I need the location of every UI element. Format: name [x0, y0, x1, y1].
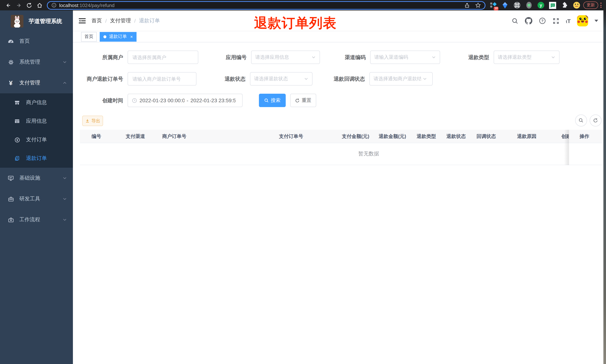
label-refund-status: 退款状态	[201, 72, 250, 86]
extension-blocks-icon[interactable]: 10	[489, 1, 497, 9]
extension-y-icon[interactable]: y	[537, 1, 545, 9]
sidebar-item-workflow[interactable]: 工作流程	[0, 209, 73, 230]
extension-command-icon[interactable]	[513, 1, 521, 9]
refund-type-select[interactable]: 请选择退款类型	[494, 51, 559, 64]
close-icon[interactable]: ×	[130, 34, 133, 39]
sidebar-item-pay[interactable]: ¥ 支付管理	[0, 73, 73, 93]
merchant-refund-no-input[interactable]	[128, 72, 197, 86]
extensions-puzzle-icon[interactable]	[561, 1, 568, 9]
help-icon[interactable]: ?	[539, 17, 546, 25]
refund-status-placeholder: 请选择退款状态	[254, 76, 303, 82]
browser-update-button[interactable]: 更新	[583, 1, 598, 9]
browser-toolbar: localhost:1024/pay/refund 10 y	[0, 0, 606, 10]
sidebar-item-label: 退款订单	[26, 155, 47, 162]
briefcase-icon	[7, 217, 15, 223]
bookmark-star-icon[interactable]	[475, 2, 481, 8]
browser-home-button[interactable]	[34, 1, 45, 10]
share-icon[interactable]	[464, 2, 470, 8]
create-time-range-picker[interactable]: 2022-01-23 00:00:00 - 2022-01-23 23:59:5…	[128, 94, 243, 107]
sidebar-collapse-button[interactable]	[78, 17, 86, 25]
dashboard-icon	[7, 38, 15, 45]
extension-emoji-icon[interactable]	[573, 1, 580, 9]
tags-view-bar: 首页 退款订单 ×	[73, 31, 603, 42]
app-logo[interactable]: 芋道管理系统	[0, 14, 73, 28]
refund-status-select[interactable]: 请选择退款状态	[250, 72, 313, 86]
app-select[interactable]: 请选择应用信息	[251, 51, 320, 64]
col-merchant-order-no: 商户订单号	[162, 130, 186, 143]
browser-menu-icon[interactable]	[600, 3, 602, 8]
refresh-table-button[interactable]	[590, 115, 602, 126]
browser-forward-button[interactable]	[13, 1, 24, 10]
col-pay-order-no: 支付订单号	[279, 130, 303, 143]
callback-status-select[interactable]: 请选择通知商户退款结果的	[369, 72, 433, 86]
sidebar-item-merchant-info[interactable]: 商户信息	[0, 93, 73, 112]
col-refund-amount: 退款金额(元)	[379, 130, 406, 143]
label-merchant: 所属商户	[79, 51, 128, 64]
address-bar[interactable]: localhost:1024/pay/refund	[47, 1, 486, 10]
merchant-input[interactable]	[128, 51, 198, 64]
navbar-actions: ? tT	[512, 10, 598, 31]
chevron-up-icon	[63, 81, 67, 85]
channel-select[interactable]: 请输入渠道编码	[370, 51, 440, 64]
date-start[interactable]: 2022-01-23 00:00:00	[140, 97, 184, 103]
col-actions: 操作	[580, 130, 589, 143]
merchant-input-field[interactable]	[132, 54, 194, 60]
page-title-annotation: 退款订单列表	[254, 14, 337, 32]
label-merchant-refund-no: 商户退款订单号	[79, 72, 128, 86]
sidebar-item-system[interactable]: 系统管理	[0, 52, 73, 73]
url-text[interactable]: localhost:1024/pay/refund	[59, 2, 461, 8]
browser-back-button[interactable]	[3, 1, 13, 10]
avatar-caret-icon[interactable]	[594, 20, 598, 22]
chevron-down-icon	[311, 55, 316, 60]
sidebar-item-refund-order[interactable]: 退款订单	[0, 149, 73, 168]
sidebar-item-app-info[interactable]: 应用信息	[0, 112, 73, 130]
date-end[interactable]: 2022-01-23 23:59:59	[190, 97, 236, 103]
callback-status-placeholder: 请选择通知商户退款结果的	[373, 76, 421, 82]
col-id: 编号	[92, 130, 101, 143]
info-icon[interactable]	[51, 3, 56, 8]
col-refund-status: 退款状态	[447, 130, 466, 143]
extension-chat-icon[interactable]	[549, 1, 556, 9]
sidebar-item-label: 应用信息	[26, 118, 47, 125]
show-search-toggle-button[interactable]	[575, 115, 587, 126]
breadcrumb-pay[interactable]: 支付管理	[110, 17, 131, 24]
merchant-refund-no-field[interactable]	[132, 76, 192, 82]
reset-button[interactable]: 重置	[290, 94, 316, 107]
label-app: 应用编号	[202, 51, 251, 64]
fullscreen-icon[interactable]	[553, 17, 559, 24]
tag-home[interactable]: 首页	[81, 32, 97, 41]
label-channel: 渠道编码	[321, 51, 370, 64]
clock-icon	[132, 98, 137, 103]
browser-reload-button[interactable]	[24, 1, 34, 10]
sidebar-item-infra[interactable]: 基础设施	[0, 168, 73, 189]
export-button[interactable]: 导出	[82, 116, 103, 126]
breadcrumb-separator: /	[134, 18, 136, 24]
sidebar-item-label: 支付管理	[19, 79, 40, 86]
sidebar-item-devtools[interactable]: 研发工具	[0, 189, 73, 209]
search-icon	[264, 98, 269, 103]
search-button[interactable]: 搜索	[259, 94, 286, 107]
extension-balloon-icon[interactable]	[501, 1, 509, 9]
tag-refund-order[interactable]: 退款订单 ×	[100, 32, 136, 41]
refund-doc-icon	[13, 156, 21, 161]
rabbit-logo-icon	[11, 15, 24, 27]
extension-dot-icon[interactable]	[525, 1, 533, 9]
chevron-down-icon	[63, 197, 67, 201]
header-search-icon[interactable]	[512, 17, 519, 24]
app-select-placeholder: 请选择应用信息	[255, 54, 310, 61]
chevron-down-icon	[304, 77, 308, 81]
sidebar-item-home[interactable]: 首页	[0, 31, 73, 52]
window-edge-scrollbar[interactable]	[603, 0, 606, 364]
download-icon	[85, 119, 90, 123]
breadcrumb-home[interactable]: 首页	[92, 17, 102, 24]
sidebar: 芋道管理系统 首页 系统管理 ¥ 支付管理	[0, 10, 73, 364]
col-channel: 支付渠道	[126, 130, 145, 143]
empty-state-text: 暂无数据	[358, 151, 379, 157]
refund-list-page: 所属商户 应用编号 请选择应用信息 渠道编码 请输入渠道编码 退款类型 请选择退…	[73, 42, 603, 364]
user-avatar[interactable]	[577, 15, 588, 26]
github-icon[interactable]	[525, 17, 532, 25]
sidebar-item-pay-order[interactable]: 支付订单	[0, 130, 73, 149]
label-create-time: 创建时间	[79, 94, 128, 107]
font-size-icon[interactable]: tT	[566, 18, 571, 24]
chevron-down-icon	[63, 218, 67, 222]
